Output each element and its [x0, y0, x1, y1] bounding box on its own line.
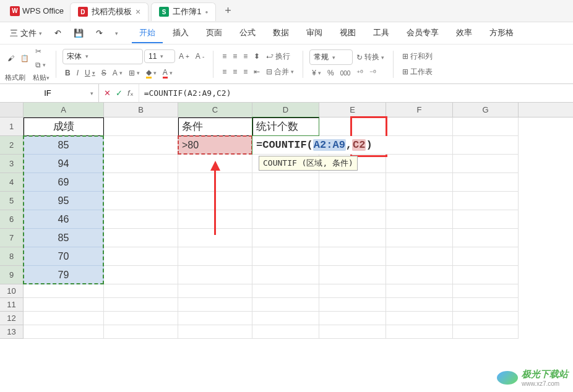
cell-E9[interactable] [319, 266, 386, 284]
cell-F12[interactable] [386, 312, 453, 325]
cell-F11[interactable] [386, 298, 453, 312]
row-header-9[interactable]: 9 [0, 266, 24, 284]
col-header-b[interactable]: B [104, 103, 178, 117]
menu-tab-view[interactable]: 视图 [332, 23, 363, 43]
worksheet-button[interactable]: ⊞ 工作表 [400, 66, 435, 79]
cell-A2[interactable]: 85 [24, 136, 104, 155]
align-middle-button[interactable]: ≡ [230, 51, 239, 62]
cell-G3[interactable] [453, 155, 519, 173]
cell-D5[interactable] [252, 192, 319, 210]
row-header-11[interactable]: 11 [0, 298, 24, 312]
cell-C2[interactable]: >80 [178, 136, 252, 155]
cell-E10[interactable] [319, 284, 386, 298]
cell-F8[interactable] [386, 247, 453, 266]
formula-cancel-icon[interactable]: ✕ [104, 88, 111, 98]
name-box-input[interactable] [5, 88, 90, 98]
cell-A12[interactable] [24, 312, 104, 325]
row-header-13[interactable]: 13 [0, 325, 24, 339]
menu-tab-member[interactable]: 会员专享 [399, 23, 446, 43]
dec-dec-button[interactable]: ⁻⁰ [367, 67, 379, 79]
undo-button[interactable]: ↶ [50, 26, 66, 40]
cell-C3[interactable] [178, 155, 252, 173]
cell-D11[interactable] [252, 298, 319, 312]
orientation-button[interactable]: ⬍ [251, 51, 262, 62]
cell-E1[interactable] [319, 117, 386, 136]
cell-B10[interactable] [104, 284, 178, 298]
cell-B7[interactable] [104, 229, 178, 247]
font-color-button[interactable]: A▾ [160, 67, 175, 80]
cell-D7[interactable] [252, 229, 319, 247]
name-box-dropdown-icon[interactable]: ▾ [90, 90, 93, 96]
save-button[interactable]: 💾 [69, 26, 88, 40]
menu-tab-formula[interactable]: 公式 [232, 23, 263, 43]
align-bottom-button[interactable]: ≡ [241, 51, 250, 62]
cell-E13[interactable] [319, 325, 386, 339]
cell-A3[interactable]: 94 [24, 155, 104, 173]
cell-F10[interactable] [386, 284, 453, 298]
tab-workbook[interactable]: S 工作簿1 ● [151, 2, 216, 21]
fill-color-button[interactable]: ◆▾ [144, 67, 159, 80]
indent-button[interactable]: ⇤ [251, 66, 262, 77]
row-header-3[interactable]: 3 [0, 155, 24, 173]
increase-font-button[interactable]: A+ [176, 51, 192, 62]
menu-tab-data[interactable]: 数据 [265, 23, 296, 43]
merge-button[interactable]: ⊟ 合并▾ [264, 66, 296, 79]
formula-input[interactable]: =COUNTIF(A2:A9,C2) [139, 88, 573, 98]
font-name-select[interactable]: 宋体▾ [62, 49, 143, 64]
col-header-a[interactable]: A [24, 103, 104, 117]
currency-button[interactable]: ¥▾ [309, 67, 324, 79]
col-header-d[interactable]: D [252, 103, 319, 117]
row-header-10[interactable]: 10 [0, 284, 24, 298]
cell-A13[interactable] [24, 325, 104, 339]
row-header-1[interactable]: 1 [0, 117, 24, 136]
cell-G4[interactable] [453, 173, 519, 192]
cell-B8[interactable] [104, 247, 178, 266]
cell-C1[interactable]: 条件 [178, 117, 252, 136]
cell-D2[interactable]: =COUNTIF(A2:A9,C2) [252, 136, 453, 155]
col-header-e[interactable]: E [319, 103, 386, 117]
cell-D8[interactable] [252, 247, 319, 266]
menu-tab-tools[interactable]: 工具 [366, 23, 397, 43]
row-header-5[interactable]: 5 [0, 192, 24, 210]
bold-button[interactable]: B [62, 67, 73, 79]
menu-tab-square[interactable]: 方形格 [482, 23, 521, 43]
col-header-c[interactable]: C [178, 103, 252, 117]
file-menu-button[interactable]: 三 文件▾ [5, 25, 47, 41]
cell-A7[interactable]: 85 [24, 229, 104, 247]
menu-tab-page[interactable]: 页面 [199, 23, 230, 43]
wrap-button[interactable]: ⮐ 换行 [264, 50, 293, 63]
cell-D12[interactable] [252, 312, 319, 325]
cut-button[interactable]: ✂ [33, 46, 48, 57]
more-quick-button[interactable]: ▾ [110, 28, 123, 39]
tab-template[interactable]: D 找稻壳模板 × [70, 2, 149, 21]
cell-C13[interactable] [178, 325, 252, 339]
cell-F9[interactable] [386, 266, 453, 284]
cell-F5[interactable] [386, 192, 453, 210]
cell-G5[interactable] [453, 192, 519, 210]
font-effect-button[interactable]: A▾ [110, 67, 125, 79]
percent-button[interactable]: % [325, 67, 337, 79]
italic-button[interactable]: I [74, 67, 81, 79]
row-header-6[interactable]: 6 [0, 210, 24, 229]
menu-tab-insert[interactable]: 插入 [165, 23, 196, 43]
cell-C6[interactable] [178, 210, 252, 229]
cell-D4[interactable] [252, 173, 319, 192]
fx-icon[interactable]: fₓ [127, 88, 134, 98]
paste-button[interactable]: 📋 [18, 53, 32, 64]
dec-inc-button[interactable]: ⁺⁰ [354, 67, 366, 79]
cell-C8[interactable] [178, 247, 252, 266]
cell-E12[interactable] [319, 312, 386, 325]
cell-A9[interactable]: 79 [24, 266, 104, 284]
name-box[interactable]: ▾ [0, 84, 99, 102]
cell-D6[interactable] [252, 210, 319, 229]
cell-G1[interactable] [453, 117, 519, 136]
cell-A4[interactable]: 69 [24, 173, 104, 192]
cell-G2[interactable] [453, 136, 519, 155]
row-header-8[interactable]: 8 [0, 247, 24, 266]
cell-E7[interactable] [319, 229, 386, 247]
rows-cols-button[interactable]: ⊞ 行和列 [400, 50, 435, 63]
menu-tab-efficiency[interactable]: 效率 [449, 23, 480, 43]
comma-button[interactable]: 000 [338, 69, 353, 78]
cell-F3[interactable] [386, 155, 453, 173]
align-left-button[interactable]: ≡ [220, 66, 229, 77]
